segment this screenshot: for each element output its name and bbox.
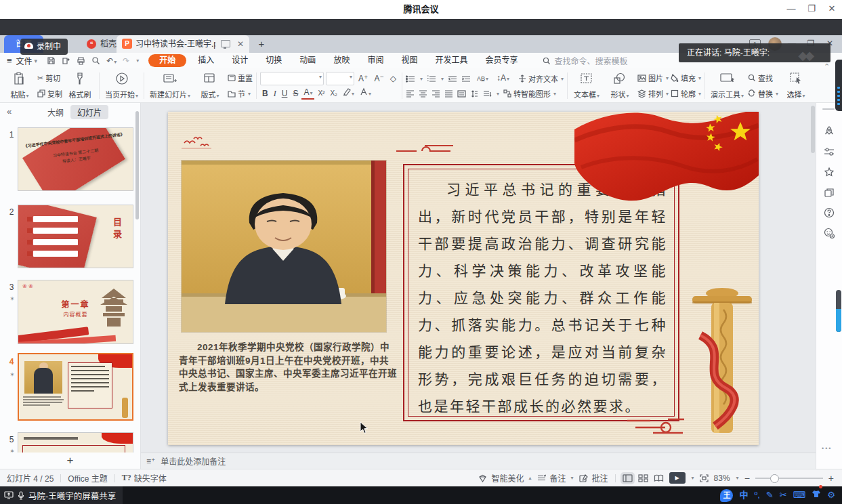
align-right-icon[interactable] <box>431 90 440 98</box>
slide-thumbnail-2[interactable]: 目录 <box>18 205 133 268</box>
notes-bar[interactable]: ≡⁺ 单击此处添加备注 <box>141 453 816 469</box>
notes-toggle-button[interactable]: 备注▾ <box>537 472 574 484</box>
line-spacing-icon[interactable] <box>470 90 479 98</box>
effects-star-icon[interactable] <box>824 167 835 177</box>
distribute-icon[interactable] <box>457 90 466 98</box>
replace-button[interactable]: 替换▾ <box>748 87 778 100</box>
punctuation-toggle-icon[interactable]: º, <box>754 486 759 504</box>
zoom-caret[interactable]: ▾ <box>736 475 739 481</box>
start-from-current-button[interactable]: 当页开始▾ <box>103 70 140 101</box>
print-icon[interactable] <box>77 56 85 65</box>
minimize-button[interactable]: — <box>781 0 801 19</box>
meeting-dock-handle[interactable] <box>835 60 842 111</box>
help-icon[interactable] <box>824 207 835 218</box>
redo-icon[interactable]: ↷ <box>123 56 129 66</box>
sogou-ime-icon[interactable]: 王 <box>720 489 733 502</box>
restore-button[interactable]: ❐ <box>801 0 822 19</box>
print-preview-icon[interactable] <box>91 56 100 65</box>
collapse-ribbon-icon[interactable]: ⌃ <box>824 62 830 71</box>
screen-share-chip[interactable]: 马院-王曦宇的屏幕共享 <box>0 486 123 504</box>
zoom-slider[interactable] <box>755 478 823 479</box>
undo-icon[interactable]: ↶▾ <box>106 56 117 66</box>
font-name-combo[interactable] <box>260 72 324 85</box>
underline-button[interactable]: U <box>280 87 290 100</box>
ime-settings-gear-icon[interactable]: ⚙ <box>827 486 835 504</box>
highlight-button[interactable]: ▾ <box>341 87 356 100</box>
tab-docer[interactable]: ❝稻壳 <box>87 35 117 53</box>
present-monitor-icon[interactable] <box>221 40 230 47</box>
increase-font-button[interactable]: A⁺ <box>356 72 370 85</box>
tab-membership[interactable]: 会员专享 <box>476 53 526 68</box>
sidebar-scrollbar[interactable] <box>135 111 139 219</box>
zoom-out-button[interactable]: − <box>744 473 750 484</box>
comments-button[interactable]: 批注 <box>579 472 608 484</box>
tab-devtools[interactable]: 开发工具 <box>426 53 476 68</box>
reset-button[interactable]: 重置 <box>228 72 253 84</box>
slideshow-play-button[interactable]: ▶ <box>669 472 686 484</box>
tab-review[interactable]: 审阅 <box>358 53 392 68</box>
para-spacing-icon[interactable] <box>483 90 492 98</box>
bold-button[interactable]: B <box>260 87 270 100</box>
rocket-icon[interactable] <box>824 126 835 137</box>
tab-transition[interactable]: 切换 <box>257 53 291 68</box>
slide-thumbnail-3[interactable]: 第一章 内容概要 ❀ ❀ <box>18 280 133 344</box>
properties-sliders-icon[interactable] <box>824 146 835 157</box>
strikethrough-button[interactable]: S <box>291 87 300 100</box>
increase-indent-icon[interactable] <box>461 75 471 83</box>
paste-button[interactable]: 粘贴▾ <box>4 70 35 101</box>
ime-mode-toggle[interactable]: 中 <box>739 486 748 504</box>
copy-button[interactable]: 复制 <box>37 87 62 100</box>
tab-slideshow[interactable]: 放映 <box>324 53 358 68</box>
text-direction-button[interactable]: AB̲▾ <box>475 72 490 85</box>
clear-format-button[interactable]: ◇ <box>388 72 398 85</box>
skin-icon[interactable] <box>824 228 835 238</box>
xi-jinping-photo[interactable] <box>182 161 386 332</box>
bullets-icon[interactable] <box>406 75 415 83</box>
align-text-button[interactable]: 对齐文本▾ <box>518 72 564 85</box>
to-smartart-button[interactable]: 转智能图形▾ <box>503 87 556 100</box>
section-button[interactable]: 节▾ <box>228 87 253 100</box>
presentation-tools-button[interactable]: 演示工具▾ <box>709 70 746 101</box>
text-effects-button[interactable]: ▾ <box>358 87 373 100</box>
tab-document[interactable]: P 习中特读书会-王曦宇.pptx ✕ <box>117 35 249 53</box>
slide-sorter-view-button[interactable] <box>638 474 648 482</box>
slide-thumbnail-5[interactable] <box>18 432 133 453</box>
more-commands-icon[interactable]: ▾ <box>136 58 139 64</box>
format-painter-button[interactable]: 格式刷 <box>64 70 96 101</box>
reading-view-button[interactable] <box>654 474 664 482</box>
zoom-level[interactable]: 83% <box>714 474 730 483</box>
fill-button[interactable]: 填充▾ <box>671 72 701 84</box>
justify-icon[interactable] <box>444 90 453 98</box>
collapse-panel-icon[interactable]: « <box>7 106 12 117</box>
layout-button[interactable]: 版式▾ <box>194 70 226 101</box>
shapes-button[interactable]: 形状▾ <box>604 70 635 101</box>
sort-button[interactable]: ↕A▾ <box>494 72 511 85</box>
tab-start[interactable]: 开始 <box>148 54 186 67</box>
select-button[interactable]: 选择▾ <box>780 70 812 101</box>
annotation-thermometer-widget[interactable] <box>836 290 841 332</box>
slide-thumbnail-1[interactable]: 《习近平在中央党校中青年干部培训班开班式上的讲话》 习中特读书会 第二十二期 导… <box>18 127 133 191</box>
italic-button[interactable]: I <box>272 87 278 100</box>
new-slide-button[interactable]: 新建幻灯片▾ <box>148 70 192 101</box>
subscript-button[interactable]: X₂ <box>328 87 339 100</box>
handwriting-pen-icon[interactable]: ✎ <box>766 486 774 504</box>
outline-button[interactable]: 轮廓▾ <box>671 87 701 100</box>
align-left-icon[interactable] <box>406 90 415 98</box>
decrease-indent-icon[interactable] <box>448 75 457 83</box>
theme-name[interactable]: Office 主题 <box>68 472 107 484</box>
play-options-caret[interactable]: ▾ <box>692 475 694 481</box>
picture-button[interactable]: 图片▾ <box>637 72 669 84</box>
tab-view[interactable]: 视图 <box>392 53 426 68</box>
soft-keyboard-icon[interactable]: ⌨ <box>793 486 806 504</box>
slide-thumbnail-4-selected[interactable] <box>18 353 133 421</box>
clip-scissors-icon[interactable]: ✂ <box>780 486 787 504</box>
superscript-button[interactable]: X² <box>316 87 327 100</box>
zoom-in-button[interactable]: + <box>828 473 834 484</box>
find-button[interactable]: 查找 <box>748 72 778 84</box>
beautify-button[interactable]: 智能美化▴ <box>478 472 531 484</box>
cut-button[interactable]: ✂剪切 <box>37 72 62 84</box>
fit-slide-icon[interactable] <box>700 474 709 482</box>
font-size-combo[interactable] <box>326 72 354 85</box>
close-document-icon[interactable]: ✕ <box>237 35 244 53</box>
tab-insert[interactable]: 插入 <box>189 53 223 68</box>
